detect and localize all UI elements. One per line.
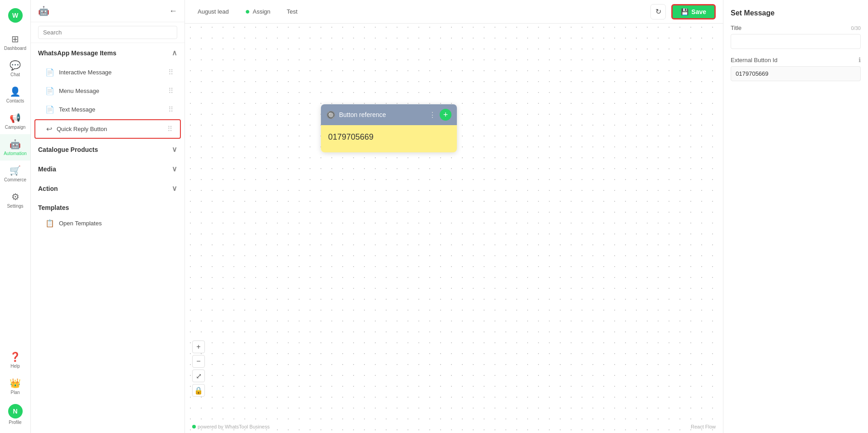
search-input[interactable]	[38, 26, 177, 39]
zoom-out-button[interactable]: −	[192, 355, 205, 368]
canvas-toolbar: August lead ● Assign Test ↻ 💾 Save	[185, 0, 723, 24]
sidebar-item-label: Settings	[7, 204, 23, 209]
message-icon: 📄	[45, 68, 54, 77]
chat-icon: 💬	[10, 60, 21, 71]
interactive-message-label: Interactive Message	[59, 69, 112, 76]
item-left: 📋 Open Templates	[45, 219, 102, 228]
zoom-in-button[interactable]: +	[192, 341, 205, 353]
fit-view-button[interactable]: ⤢	[192, 370, 205, 382]
reply-icon: ↩	[46, 125, 52, 133]
node-body: 0179705669	[321, 125, 457, 152]
logo[interactable]: W	[0, 4, 30, 29]
save-label: Save	[691, 8, 706, 15]
sidebar-help-label: Help	[10, 364, 20, 369]
sidebar-item-campaign[interactable]: 📢 Campaign	[0, 108, 30, 134]
drag-handle-icon[interactable]: ⠿	[168, 68, 174, 77]
node-menu-icon[interactable]: ⋮	[429, 111, 436, 119]
item-left: 📄 Text Message	[45, 105, 95, 114]
whatsapp-message-items-label: WhatsApp Message Items	[38, 49, 116, 57]
quick-reply-button-item[interactable]: ↩ Quick Reply Button ⠿	[34, 119, 181, 139]
action-header[interactable]: Action ∨	[31, 179, 184, 198]
message-icon: 📄	[45, 87, 54, 95]
commerce-icon: 🛒	[10, 165, 21, 176]
plan-icon: 👑	[10, 378, 21, 389]
drag-handle-icon[interactable]: ⠿	[167, 125, 173, 133]
sidebar-item-plan[interactable]: 👑 Plan	[0, 373, 30, 399]
sidebar-nav: W ⊞ Dashboard 💬 Chat 👤 Contacts 📢 Campai…	[0, 0, 31, 433]
action-label: Action	[38, 185, 58, 192]
drag-handle-icon[interactable]: ⠿	[168, 87, 174, 95]
sidebar-item-commerce[interactable]: 🛒 Commerce	[0, 161, 30, 187]
tab-assign[interactable]: ● Assign	[240, 4, 276, 19]
drag-handle-icon[interactable]: ⠿	[168, 105, 174, 114]
catalogue-products-header[interactable]: Catalogue Products ∨	[31, 140, 184, 159]
catalogue-products-label: Catalogue Products	[38, 146, 98, 153]
message-icon: 📄	[45, 105, 54, 114]
menu-message-item[interactable]: 📄 Menu Message ⠿	[34, 82, 181, 100]
profile-avatar: N	[8, 404, 23, 418]
sidebar-item-label: Commerce	[4, 177, 26, 182]
main-canvas: August lead ● Assign Test ↻ 💾 Save 🔘 But…	[185, 0, 723, 433]
interactive-message-item[interactable]: 📄 Interactive Message ⠿	[34, 63, 181, 81]
node-header-left: 🔘 Button reference	[326, 111, 386, 119]
lock-button[interactable]: 🔒	[192, 384, 205, 397]
sidebar-item-settings[interactable]: ⚙ Settings	[0, 187, 30, 213]
media-header[interactable]: Media ∨	[31, 159, 184, 179]
item-left: ↩ Quick Reply Button	[46, 125, 107, 133]
sidebar-item-label: Campaign	[5, 125, 26, 130]
title-input[interactable]	[731, 34, 861, 49]
open-templates-item[interactable]: 📋 Open Templates	[34, 214, 181, 232]
automation-icon: 🤖	[10, 139, 21, 150]
left-panel: 🤖 ← WhatsApp Message Items ∧ 📄 Interacti…	[31, 0, 185, 433]
tab-assign-label: Assign	[253, 8, 271, 15]
save-icon: 💾	[681, 8, 689, 15]
sidebar-plan-label: Plan	[10, 390, 19, 395]
refresh-icon: ↻	[655, 7, 661, 16]
external-button-id-label: External Button Id ℹ	[731, 56, 861, 63]
tab-august-lead[interactable]: August lead	[192, 5, 234, 18]
sidebar-item-label: Automation	[4, 151, 27, 156]
node-icon: 🔘	[326, 111, 335, 119]
templates-section-title: Templates	[31, 198, 184, 214]
campaign-icon: 📢	[10, 112, 21, 123]
open-templates-label: Open Templates	[59, 220, 102, 227]
chevron-down-icon: ∨	[172, 145, 177, 154]
node-card[interactable]: 🔘 Button reference ⋮ + 0179705669	[321, 104, 457, 152]
node-title: Button reference	[339, 111, 386, 118]
react-flow-label: React Flow	[691, 424, 716, 429]
sidebar-item-chat[interactable]: 💬 Chat	[0, 55, 30, 82]
refresh-button[interactable]: ↻	[650, 4, 666, 19]
logo-icon: W	[8, 8, 23, 23]
node-header: 🔘 Button reference ⋮ +	[321, 104, 457, 125]
text-message-label: Text Message	[59, 106, 95, 113]
sidebar-profile-label: Profile	[9, 420, 21, 425]
sidebar-item-help[interactable]: ❓ Help	[0, 347, 30, 373]
tab-test[interactable]: Test	[281, 5, 303, 18]
search-box	[31, 22, 184, 43]
sidebar-item-profile[interactable]: N Profile	[0, 399, 30, 429]
chevron-down-icon: ∨	[172, 165, 177, 173]
sidebar-item-contacts[interactable]: 👤 Contacts	[0, 82, 30, 108]
powered-by: powered by WhatsTool Business	[192, 424, 270, 429]
back-arrow[interactable]: ←	[169, 6, 177, 16]
char-count: 0/30	[851, 25, 861, 31]
sidebar-item-label: Contacts	[6, 98, 24, 103]
template-icon: 📋	[45, 219, 54, 228]
panel-header: 🤖 ←	[31, 0, 184, 22]
info-icon[interactable]: ℹ	[858, 56, 861, 63]
sidebar-item-dashboard[interactable]: ⊞ Dashboard	[0, 29, 30, 55]
whatsapp-message-items-list: 📄 Interactive Message ⠿ 📄 Menu Message ⠿…	[31, 63, 184, 140]
whatsapp-message-items-header[interactable]: WhatsApp Message Items ∧	[31, 43, 184, 63]
help-icon: ❓	[10, 351, 21, 362]
sidebar-item-automation[interactable]: 🤖 Automation	[0, 134, 30, 161]
whatsapp-icon: ●	[245, 7, 250, 16]
node-add-button[interactable]: +	[440, 109, 451, 121]
text-message-item[interactable]: 📄 Text Message ⠿	[34, 101, 181, 118]
dashboard-icon: ⊞	[11, 34, 19, 44]
save-button[interactable]: 💾 Save	[671, 4, 716, 19]
sidebar-item-label: Dashboard	[4, 46, 26, 51]
powered-dot	[192, 425, 196, 428]
right-panel: Set Message Title 0/30 External Button I…	[723, 0, 868, 433]
set-message-title: Set Message	[731, 9, 861, 17]
external-button-id-value: 0179705669	[731, 66, 861, 81]
